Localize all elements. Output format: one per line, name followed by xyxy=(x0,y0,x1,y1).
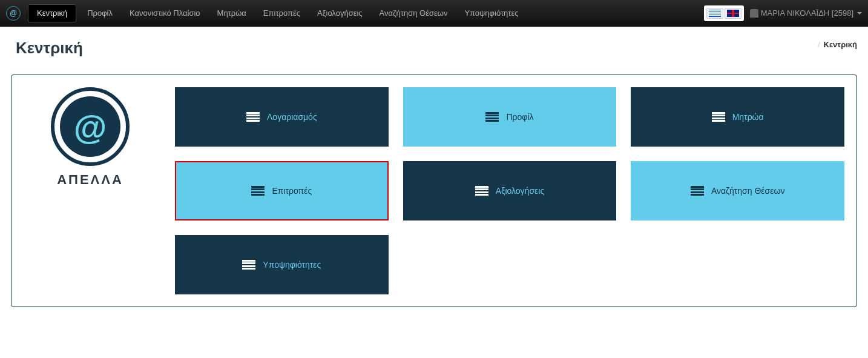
menu-lines-icon xyxy=(475,186,488,196)
card-label: Επιτροπές xyxy=(272,186,312,196)
nav-item-home[interactable]: Κεντρική xyxy=(28,4,76,22)
nav-label: Επιτροπές xyxy=(263,8,300,18)
nav-item-evaluations[interactable]: Αξιολογήσεις xyxy=(309,0,371,27)
menu-lines-icon xyxy=(246,112,260,122)
menu-lines-icon xyxy=(242,260,255,270)
nav-label: Κεντρική xyxy=(37,8,67,18)
menu-lines-icon xyxy=(251,186,265,196)
dashboard-cards: Λογαριασμός Προφίλ Μητρώα Επιτροπές Αξιο xyxy=(175,87,844,294)
card-label: Αξιολογήσεις xyxy=(496,186,544,196)
menu-lines-icon xyxy=(691,186,704,196)
page-container: / Κεντρική Κεντρική @ ΑΠΕΛΛΑ Λογαριασμός… xyxy=(0,27,868,319)
flag-uk-icon xyxy=(727,10,739,17)
card-account[interactable]: Λογαριασμός xyxy=(175,87,389,147)
brand-name: ΑΠΕΛΛΑ xyxy=(57,172,123,188)
nav-label: Αναζήτηση Θέσεων xyxy=(380,8,448,18)
card-candidacies[interactable]: Υποψηφιότητες xyxy=(175,235,389,294)
card-label: Υποψηφιότητες xyxy=(263,260,321,270)
user-icon xyxy=(750,9,758,18)
nav-item-committees[interactable]: Επιτροπές xyxy=(255,0,309,27)
nav-label: Μητρώα xyxy=(217,8,246,18)
card-registries[interactable]: Μητρώα xyxy=(631,87,844,147)
menu-lines-icon xyxy=(712,112,725,122)
card-label: Λογαριασμός xyxy=(267,112,317,122)
nav-item-search-positions[interactable]: Αναζήτηση Θέσεων xyxy=(371,0,456,27)
card-label: Μητρώα xyxy=(732,112,764,122)
dashboard-panel: @ ΑΠΕΛΛΑ Λογαριασμός Προφίλ Μητρώα xyxy=(11,75,857,307)
breadcrumb: / Κεντρική xyxy=(818,40,857,49)
topbar-right: ΜΑΡΙΑ ΝΙΚΟΛΑΪΔΗ [2598] xyxy=(704,5,862,21)
nav-item-candidacies[interactable]: Υποψηφιότητες xyxy=(456,0,527,27)
dashboard-content: @ ΑΠΕΛΛΑ Λογαριασμός Προφίλ Μητρώα xyxy=(24,87,844,294)
breadcrumb-separator: / xyxy=(818,40,820,49)
card-committees[interactable]: Επιτροπές xyxy=(175,161,389,220)
lang-greek-button[interactable] xyxy=(706,8,723,19)
user-menu[interactable]: ΜΑΡΙΑ ΝΙΚΟΛΑΪΔΗ [2598] xyxy=(750,8,862,18)
language-switcher xyxy=(704,5,744,21)
nav-item-registries[interactable]: Μητρώα xyxy=(209,0,255,27)
brand-logo: @ xyxy=(51,87,130,166)
card-profile[interactable]: Προφίλ xyxy=(403,87,617,147)
card-search-positions[interactable]: Αναζήτηση Θέσεων xyxy=(631,161,844,220)
chevron-down-icon xyxy=(857,12,862,15)
lang-english-button[interactable] xyxy=(725,8,741,19)
page-title: Κεντρική xyxy=(16,39,857,58)
brand-column: @ ΑΠΕΛΛΑ xyxy=(24,87,157,294)
app-logo-icon[interactable]: @ xyxy=(6,6,21,21)
nav-item-regulatory[interactable]: Κανονιστικό Πλαίσιο xyxy=(121,0,209,27)
card-label: Αναζήτηση Θέσεων xyxy=(711,186,784,196)
nav-label: Κανονιστικό Πλαίσιο xyxy=(130,8,200,18)
menu-lines-icon xyxy=(485,112,499,122)
brand-logo-glyph: @ xyxy=(60,96,120,157)
flag-greek-icon xyxy=(709,10,721,17)
nav-label: Αξιολογήσεις xyxy=(317,8,363,18)
nav-item-profile[interactable]: Προφίλ xyxy=(79,0,121,27)
user-display-name: ΜΑΡΙΑ ΝΙΚΟΛΑΪΔΗ [2598] xyxy=(761,8,853,18)
card-label: Προφίλ xyxy=(506,112,533,122)
card-evaluations[interactable]: Αξιολογήσεις xyxy=(403,161,617,220)
nav-label: Προφίλ xyxy=(87,8,113,18)
top-navbar: @ Κεντρική Προφίλ Κανονιστικό Πλαίσιο Μη… xyxy=(0,0,868,27)
nav-label: Υποψηφιότητες xyxy=(464,8,518,18)
breadcrumb-current: Κεντρική xyxy=(824,40,857,49)
